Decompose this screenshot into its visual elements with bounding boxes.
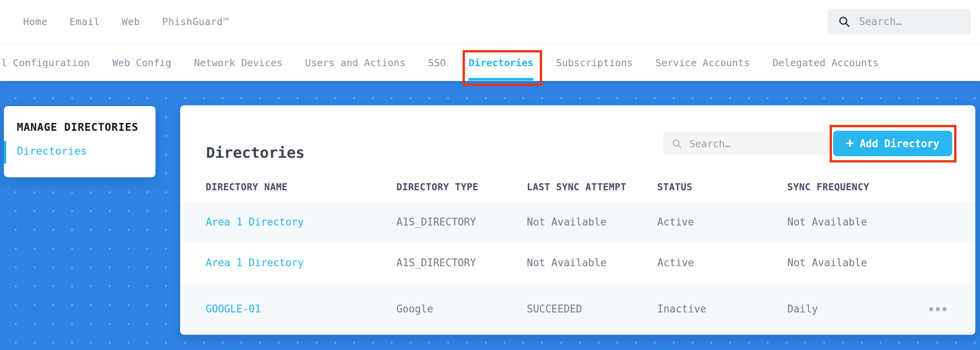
directory-type-cell: A1S_DIRECTORY — [396, 257, 527, 269]
directory-name-link[interactable]: Area 1 Directory — [206, 257, 304, 269]
directory-name-link[interactable]: Area 1 Directory — [206, 216, 304, 228]
add-directory-button[interactable]: + Add Directory — [833, 131, 952, 156]
ellipsis-menu-icon[interactable] — [928, 304, 948, 314]
table-row: Area 1 Directory A1S_DIRECTORY Not Avail… — [180, 202, 975, 242]
sync-frequency-cell: Not Available — [787, 257, 928, 269]
global-search-input[interactable] — [858, 15, 963, 28]
sidebar-heading: MANAGE DIRECTORIES — [17, 121, 155, 133]
top-nav-item-email[interactable]: Email — [69, 16, 100, 27]
top-nav-links: Home Email Web PhishGuard™ — [23, 16, 229, 27]
sync-frequency-cell: Not Available — [787, 216, 928, 228]
tab-network-devices[interactable]: Network Devices — [194, 57, 282, 69]
last-sync-cell: Not Available — [527, 216, 657, 228]
sidebar-item-label: Directories — [17, 145, 87, 157]
directory-type-cell: A1S_DIRECTORY — [396, 216, 527, 228]
column-header-directory-name: DIRECTORY NAME — [206, 182, 396, 193]
tab-delegated-accounts[interactable]: Delegated Accounts — [772, 57, 879, 69]
page-title: Directories — [206, 144, 305, 161]
tab-web-config[interactable]: Web Config — [112, 57, 172, 69]
settings-tab-bar: l Configuration Web Config Network Devic… — [0, 44, 980, 81]
tab-service-accounts[interactable]: Service Accounts — [655, 57, 750, 69]
manage-directories-card: MANAGE DIRECTORIES Directories — [4, 106, 155, 177]
table-row: GOOGLE-01 Google SUCCEEDED Inactive Dail… — [180, 283, 975, 335]
global-search[interactable] — [828, 9, 971, 34]
directory-type-cell: Google — [396, 303, 527, 315]
workspace-background: MANAGE DIRECTORIES Directories Directori… — [0, 81, 980, 350]
top-nav: Home Email Web PhishGuard™ — [0, 0, 980, 44]
tab-directories-label: Directories — [468, 57, 533, 69]
last-sync-cell: Not Available — [527, 257, 657, 269]
directories-search[interactable] — [663, 132, 828, 155]
column-header-last-sync-attempt: LAST SYNC ATTEMPT — [527, 182, 657, 193]
search-icon — [671, 138, 682, 149]
tab-sso[interactable]: SSO — [428, 57, 446, 69]
status-cell: Active — [657, 216, 787, 228]
column-header-status: STATUS — [657, 182, 787, 193]
directories-search-input[interactable] — [689, 138, 821, 150]
top-nav-item-web[interactable]: Web — [122, 16, 140, 27]
status-cell: Active — [657, 257, 787, 269]
tab-email-configuration[interactable]: l Configuration — [1, 57, 90, 69]
search-icon — [838, 15, 850, 28]
tab-subscriptions[interactable]: Subscriptions — [556, 57, 633, 69]
phishguard-admin-screen: Home Email Web PhishGuard™ l Configurati… — [0, 0, 980, 350]
top-nav-item-home[interactable]: Home — [23, 16, 47, 27]
directories-panel: Directories + Add Directory DIRECTORY NA… — [180, 105, 975, 335]
directories-table: DIRECTORY NAME DIRECTORY TYPE LAST SYNC … — [180, 172, 975, 335]
table-header-row: DIRECTORY NAME DIRECTORY TYPE LAST SYNC … — [180, 172, 975, 202]
sync-frequency-cell: Daily — [787, 303, 928, 315]
last-sync-cell: SUCCEEDED — [527, 303, 657, 315]
column-header-directory-type: DIRECTORY TYPE — [396, 182, 527, 193]
tab-directories[interactable]: Directories — [468, 57, 533, 69]
table-row: Area 1 Directory A1S_DIRECTORY Not Avail… — [180, 242, 975, 283]
directory-name-link[interactable]: GOOGLE-01 — [206, 303, 261, 315]
add-directory-button-label: Add Directory — [860, 138, 940, 150]
active-tab-underline — [468, 78, 533, 81]
column-header-sync-frequency: SYNC FREQUENCY — [787, 182, 928, 193]
sidebar-item-directories[interactable]: Directories — [17, 145, 87, 157]
top-nav-item-phishguard[interactable]: PhishGuard™ — [162, 16, 229, 27]
tab-users-and-actions[interactable]: Users and Actions — [305, 57, 405, 69]
active-item-bar — [4, 141, 6, 164]
plus-icon: + — [846, 137, 854, 150]
status-cell: Inactive — [657, 303, 787, 315]
